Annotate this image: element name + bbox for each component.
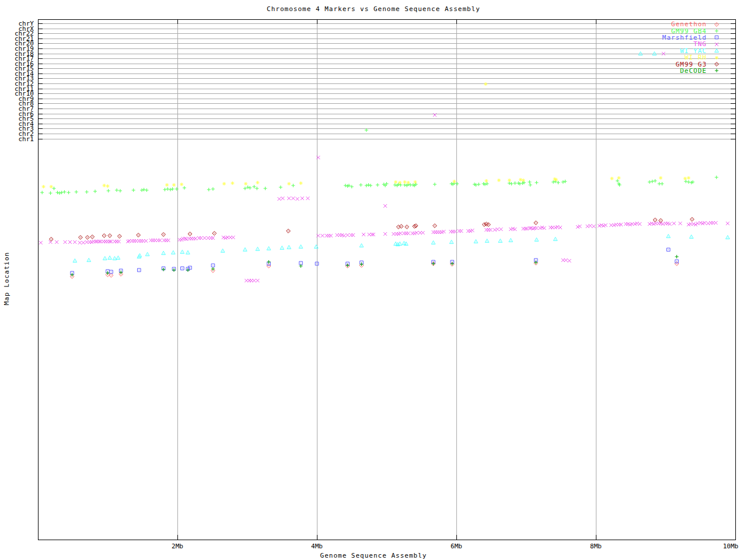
- data-point: [359, 183, 362, 187]
- data-point: [166, 187, 169, 191]
- data-point: [672, 222, 676, 225]
- plus-marker-icon: [707, 68, 727, 74]
- data-point: [588, 224, 592, 228]
- data-point: [162, 233, 166, 237]
- data-point: [291, 197, 295, 200]
- x-marker-icon: [707, 41, 727, 47]
- data-point: [248, 186, 252, 190]
- data-point: [413, 180, 417, 184]
- legend-item: TNG: [627, 41, 727, 47]
- data-point: [87, 258, 91, 262]
- data-point: [535, 181, 538, 184]
- data-point: [118, 189, 122, 192]
- data-point: [73, 259, 77, 262]
- legend-label: DeCODE: [680, 68, 707, 74]
- data-point: [68, 240, 72, 244]
- data-point: [687, 176, 690, 180]
- data-point: [117, 240, 121, 243]
- data-point: [140, 188, 144, 192]
- data-point: [296, 197, 299, 201]
- data-point: [256, 279, 259, 282]
- data-point: [592, 225, 595, 228]
- data-point: [689, 235, 693, 239]
- data-point: [172, 251, 176, 254]
- data-point: [180, 250, 184, 254]
- data-point: [207, 188, 211, 191]
- data-point: [73, 240, 76, 244]
- data-point: [715, 176, 718, 179]
- data-point: [684, 180, 687, 183]
- data-point: [183, 237, 187, 240]
- legend-item: WI RH: [627, 54, 727, 61]
- series-marshfield: [71, 248, 679, 275]
- data-point: [145, 188, 148, 192]
- data-point: [648, 180, 651, 184]
- data-point: [376, 183, 379, 187]
- data-point: [189, 266, 192, 270]
- data-point: [116, 256, 120, 260]
- legend-item: DeCODE: [627, 68, 727, 74]
- data-point: [107, 189, 110, 192]
- series-genethon: [70, 261, 679, 279]
- data-point: [231, 181, 234, 185]
- data-point: [287, 246, 291, 249]
- data-point: [499, 228, 502, 231]
- data-point: [403, 180, 407, 184]
- data-point: [554, 178, 558, 181]
- data-point: [679, 222, 682, 225]
- data-point: [186, 251, 190, 254]
- data-point: [203, 236, 207, 240]
- data-point: [369, 184, 372, 187]
- star-marker-icon: [707, 54, 727, 61]
- data-point: [264, 187, 267, 190]
- legend-label: GM99 G3: [676, 61, 707, 68]
- data-point: [67, 191, 71, 194]
- data-point: [452, 180, 456, 183]
- data-point: [726, 236, 730, 239]
- legend-item: GM99 G3: [627, 61, 727, 67]
- data-point: [221, 249, 225, 253]
- data-point: [212, 232, 217, 236]
- data-point: [40, 191, 44, 194]
- data-point: [277, 197, 281, 201]
- plus-marker-icon: [707, 28, 727, 34]
- data-point: [535, 226, 538, 230]
- data-point: [132, 188, 135, 192]
- data-point: [162, 251, 166, 255]
- data-point: [365, 184, 368, 187]
- series-decode: [71, 255, 679, 276]
- legend-label: WI YAC: [680, 48, 707, 54]
- data-point: [432, 262, 435, 265]
- data-point: [362, 233, 365, 236]
- data-point: [85, 236, 89, 240]
- data-point: [563, 180, 567, 183]
- data-point: [513, 181, 516, 185]
- data-point: [498, 239, 502, 243]
- data-point: [485, 239, 489, 243]
- data-point: [519, 178, 522, 181]
- data-point: [142, 188, 146, 191]
- data-point: [509, 239, 513, 242]
- plot-frame: [38, 19, 735, 540]
- data-point: [496, 228, 500, 231]
- data-point: [137, 268, 141, 272]
- data-point: [49, 237, 53, 242]
- data-point: [103, 257, 107, 260]
- data-point: [449, 240, 453, 244]
- data-point: [687, 180, 690, 184]
- data-point: [553, 237, 557, 241]
- data-point: [172, 268, 176, 272]
- data-point: [666, 235, 671, 238]
- data-point: [561, 180, 565, 184]
- data-point: [301, 197, 304, 200]
- data-point: [175, 187, 179, 191]
- legend-item: WI YAC: [627, 48, 727, 54]
- data-point: [299, 245, 303, 249]
- data-point: [666, 248, 670, 251]
- data-point: [487, 223, 491, 227]
- data-point: [359, 244, 364, 247]
- data-point: [477, 183, 480, 186]
- data-point: [93, 190, 97, 193]
- data-point: [558, 226, 562, 229]
- series-gm99-g3: [49, 218, 694, 242]
